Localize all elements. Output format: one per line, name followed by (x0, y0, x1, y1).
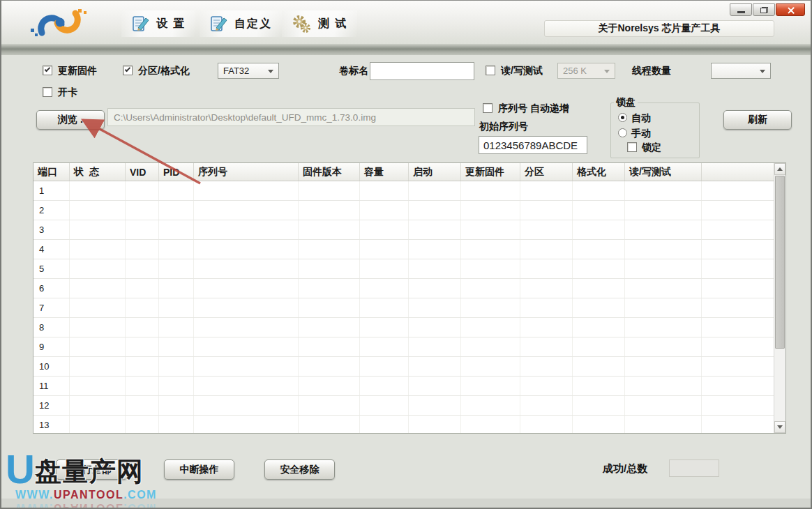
interrupt-button[interactable]: 中断操作 (164, 459, 234, 480)
table-cell (194, 416, 299, 433)
tab-customize-label: 自定义 (234, 17, 272, 31)
column-header-6[interactable]: 固件版本 (299, 163, 360, 181)
table-vertical-scrollbar[interactable] (774, 163, 785, 433)
lock-auto-radio[interactable] (618, 113, 627, 122)
table-row[interactable]: 12 (33, 396, 774, 416)
table-cell (70, 259, 126, 278)
table-row[interactable]: 5 (33, 259, 774, 279)
table-cell (573, 357, 625, 376)
column-header-11[interactable]: 格式化 (573, 163, 625, 181)
table-cell (194, 201, 299, 220)
table-cell (126, 396, 159, 415)
serial-auto-increment-checkbox[interactable] (483, 103, 493, 113)
execute-all-button[interactable]: 执行全部 (56, 459, 128, 480)
lock-manual-radio[interactable] (618, 128, 627, 137)
table-cell (461, 298, 520, 317)
restore-button[interactable] (753, 3, 775, 16)
table-cell (625, 240, 702, 259)
browse-button-label: 浏览 . (58, 114, 83, 126)
column-header-8[interactable]: 启动 (409, 163, 461, 181)
table-cell (159, 318, 194, 337)
table-cell-filler (702, 357, 774, 376)
table-row[interactable]: 10 (33, 357, 774, 377)
table-row[interactable]: 3 (33, 220, 774, 240)
column-header-4[interactable]: PID (159, 163, 194, 181)
close-button[interactable] (776, 3, 805, 16)
open-card-checkbox[interactable] (43, 87, 52, 97)
table-cell (520, 318, 573, 337)
tab-settings[interactable]: 设 置 (121, 10, 195, 37)
partition-format-label: 分区/格式化 (138, 65, 190, 77)
table-cell (409, 298, 461, 317)
table-cell (360, 259, 409, 278)
table-cell (625, 357, 702, 376)
refresh-button[interactable]: 刷新 (723, 110, 792, 130)
table-cell (520, 181, 573, 200)
partition-format-checkbox[interactable] (123, 66, 133, 75)
table-cell (194, 337, 299, 356)
table-cell (409, 318, 461, 337)
table-cell (299, 416, 360, 433)
table-cell (159, 298, 194, 317)
table-cell (159, 396, 194, 415)
table-cell (409, 240, 461, 259)
browse-button[interactable]: 浏览 . (36, 110, 105, 130)
table-cell (70, 220, 126, 239)
column-header-9[interactable]: 更新固件 (461, 163, 520, 181)
table-cell (126, 279, 159, 298)
block-size-select-value: 256 K (563, 66, 587, 76)
radio-dot-icon (621, 116, 624, 119)
table-cell (461, 318, 520, 337)
safe-remove-button[interactable]: 安全移除 (264, 459, 335, 480)
table-cell (126, 337, 159, 356)
table-cell (194, 220, 299, 239)
block-size-select[interactable]: 256 K (557, 63, 615, 79)
column-header-1[interactable]: 端口 (33, 163, 70, 181)
column-header-7[interactable]: 容量 (360, 163, 409, 181)
column-header-10[interactable]: 分区 (520, 163, 573, 181)
initial-serial-input[interactable] (479, 136, 587, 154)
table-cell (159, 279, 194, 298)
table-row[interactable]: 9 (33, 337, 774, 357)
table-cell (625, 181, 702, 200)
about-button[interactable]: 关于Norelsys 芯片量产工具 (544, 20, 774, 37)
table-row[interactable]: 6 (33, 279, 774, 298)
column-header-2[interactable]: 状 态 (70, 163, 126, 181)
tab-test[interactable]: 测 试 (282, 10, 357, 37)
column-header-5[interactable]: 序列号 (194, 163, 299, 181)
column-header-12[interactable]: 读/写测试 (625, 163, 702, 181)
rw-test-checkbox[interactable] (486, 66, 495, 75)
table-cell (461, 357, 520, 376)
column-header-3[interactable]: VID (126, 163, 159, 181)
table-cell (461, 259, 520, 278)
table-row[interactable]: 7 (33, 298, 774, 318)
table-cell (194, 396, 299, 415)
table-cell-filler (702, 240, 774, 259)
thread-count-select[interactable] (711, 63, 771, 79)
table-row[interactable]: 8 (33, 318, 774, 337)
table-row[interactable]: 2 (33, 201, 774, 220)
firmware-path-field[interactable]: C:\Users\Administrator\Desktop\default_U… (107, 108, 475, 126)
table-row[interactable]: 1 (33, 181, 774, 201)
minimize-button[interactable] (730, 3, 752, 16)
scroll-down-button[interactable] (774, 421, 785, 433)
table-row[interactable]: 11 (33, 377, 774, 396)
table-cell (194, 357, 299, 376)
table-cell (299, 357, 360, 376)
table-cell (360, 416, 409, 433)
volume-label-input[interactable] (370, 62, 474, 80)
scrollbar-thumb[interactable] (775, 176, 785, 349)
lock-checkbox[interactable] (627, 142, 637, 152)
table-row[interactable]: 13 (33, 416, 774, 433)
table-cell (573, 279, 625, 298)
table-row[interactable]: 4 (33, 240, 774, 259)
table-cell (159, 201, 194, 220)
table-cell (70, 416, 126, 433)
scroll-up-button[interactable] (774, 163, 785, 175)
table-cell (520, 396, 573, 415)
table-cell (126, 298, 159, 317)
tab-customize[interactable]: 自定义 (200, 10, 282, 37)
table-cell (360, 337, 409, 356)
update-firmware-checkbox[interactable] (43, 66, 52, 75)
filesystem-select[interactable]: FAT32 (218, 63, 279, 79)
